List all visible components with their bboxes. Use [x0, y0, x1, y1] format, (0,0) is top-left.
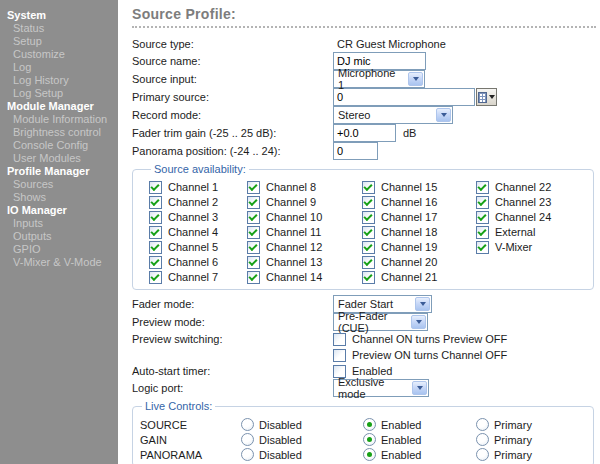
radio-gain-disabled[interactable]: Disabled [241, 433, 363, 446]
fader-trim-input[interactable] [333, 124, 396, 142]
source-input-label: Source input: [132, 73, 333, 85]
checkbox-v-mixer[interactable]: V-Mixer [476, 240, 585, 255]
checkbox-channel-24[interactable]: Channel 24 [476, 210, 585, 225]
checkbox-label: Channel 12 [266, 241, 322, 254]
sidebar-item-sources[interactable]: Sources [0, 178, 118, 191]
sidebar-item-v-mixer-v-mode[interactable]: V-Mixer & V-Mode [0, 256, 118, 269]
sidebar-item-outputs[interactable]: Outputs [0, 230, 118, 243]
radio-source-enabled[interactable]: Enabled [363, 418, 476, 431]
radio-source-primary[interactable]: Primary [476, 418, 585, 431]
checkbox-label: Channel 11 [266, 226, 321, 239]
sidebar-item-inputs[interactable]: Inputs [0, 217, 118, 230]
checkbox-label: Channel 23 [495, 196, 551, 209]
checkbox-channel-19[interactable]: Channel 19 [362, 240, 476, 255]
radio-icon [476, 433, 489, 446]
preview-switching-options: Channel ON turns Preview OFFPreview ON t… [333, 331, 507, 363]
record-mode-label: Record mode: [132, 109, 333, 121]
checkbox-channel-22[interactable]: Channel 22 [476, 180, 585, 195]
sidebar-item-log-history[interactable]: Log History [0, 74, 118, 87]
checkbox-channel-1[interactable]: Channel 1 [149, 180, 247, 195]
checkbox-icon [476, 196, 489, 209]
checkbox-channel-10[interactable]: Channel 10 [247, 210, 362, 225]
checkbox-channel-12[interactable]: Channel 12 [247, 240, 362, 255]
checkbox-channel-18[interactable]: Channel 18 [362, 225, 476, 240]
checkbox-channel-14[interactable]: Channel 14 [247, 270, 362, 285]
checkbox-channel-13[interactable]: Channel 13 [247, 255, 362, 270]
chevron-down-icon [412, 381, 427, 395]
sidebar-item-log-setup[interactable]: Log Setup [0, 87, 118, 100]
checkbox-channel-2[interactable]: Channel 2 [149, 195, 247, 210]
record-mode-select[interactable]: Stereo [333, 106, 453, 124]
checkbox-preview-on-turns-channel-off[interactable]: Preview ON turns Channel OFF [333, 347, 507, 363]
checkbox-channel-9[interactable]: Channel 9 [247, 195, 362, 210]
checkbox-icon [149, 196, 162, 209]
preview-switching-label: Preview switching: [132, 331, 333, 345]
preview-mode-selected-value: Pre-Fader (CUE) [338, 310, 407, 334]
sidebar-item-console-config[interactable]: Console Config [0, 139, 118, 152]
checkbox-icon [149, 181, 162, 194]
panorama-input[interactable] [333, 142, 378, 160]
sidebar-item-shows[interactable]: Shows [0, 191, 118, 204]
checkbox-label: Channel 21 [381, 271, 437, 284]
sidebar-item-customize[interactable]: Customize [0, 48, 118, 61]
checkbox-channel-17[interactable]: Channel 17 [362, 210, 476, 225]
sidebar-nav: SystemStatusSetupCustomizeLogLog History… [0, 9, 118, 269]
checkbox-channel-16[interactable]: Channel 16 [362, 195, 476, 210]
checkbox-label: Channel 18 [381, 226, 437, 239]
sidebar-item-log[interactable]: Log [0, 61, 118, 74]
checkbox-label: Channel 20 [381, 256, 437, 269]
checkbox-icon [476, 211, 489, 224]
checkbox-channel-21[interactable]: Channel 21 [362, 270, 476, 285]
record-mode-selected-value: Stereo [338, 109, 370, 121]
panorama-label: Panorama position: (-24 .. 24): [132, 145, 333, 157]
checkbox-label: V-Mixer [495, 241, 532, 254]
checkbox-label: Channel 8 [266, 181, 316, 194]
primary-source-picker-button[interactable] [476, 88, 497, 106]
checkbox-icon [247, 196, 260, 209]
field-preview-switching: Preview switching: Channel ON turns Prev… [132, 331, 596, 363]
checkbox-label: Channel 6 [168, 256, 218, 269]
sidebar-item-user-modules[interactable]: User Modules [0, 152, 118, 165]
checkbox-channel-7[interactable]: Channel 7 [149, 270, 247, 285]
live-control-row-panorama: PANORAMADisabledEnabledPrimary [140, 447, 585, 462]
preview-mode-select[interactable]: Pre-Fader (CUE) [333, 313, 428, 331]
source-input-select[interactable]: Microphone 1 [333, 70, 425, 88]
checkbox-channel-5[interactable]: Channel 5 [149, 240, 247, 255]
checkbox-channel-4[interactable]: Channel 4 [149, 225, 247, 240]
radio-panorama-primary[interactable]: Primary [476, 448, 585, 461]
radio-label: Disabled [259, 419, 302, 431]
checkbox-external[interactable]: External [476, 225, 585, 240]
live-control-label: GAIN [140, 434, 241, 446]
radio-gain-primary[interactable]: Primary [476, 433, 585, 446]
sidebar-item-status[interactable]: Status [0, 22, 118, 35]
sidebar-section-system: System [0, 9, 118, 22]
checkbox-channel-6[interactable]: Channel 6 [149, 255, 247, 270]
fader-trim-label: Fader trim gain (-25 .. 25 dB): [132, 127, 333, 139]
sidebar-item-module-information[interactable]: Module Information [0, 113, 118, 126]
sidebar-item-setup[interactable]: Setup [0, 35, 118, 48]
sidebar-item-gpio[interactable]: GPIO [0, 243, 118, 256]
checkbox-channel-3[interactable]: Channel 3 [149, 210, 247, 225]
auto-start-label: Auto-start timer: [132, 365, 333, 377]
logic-port-select[interactable]: Exclusive mode [333, 379, 429, 397]
chevron-down-icon [408, 72, 423, 86]
checkbox-channel-20[interactable]: Channel 20 [362, 255, 476, 270]
fader-trim-unit: dB [403, 127, 416, 139]
checkbox-label: Channel 24 [495, 211, 551, 224]
checkbox-channel-15[interactable]: Channel 15 [362, 180, 476, 195]
radio-panorama-disabled[interactable]: Disabled [241, 448, 363, 461]
availability-column: Channel 8Channel 9Channel 10Channel 11Ch… [247, 180, 362, 285]
checkbox-label: Channel 1 [168, 181, 218, 194]
checkbox-channel-8[interactable]: Channel 8 [247, 180, 362, 195]
radio-panorama-enabled[interactable]: Enabled [363, 448, 476, 461]
sidebar-item-brightness-control[interactable]: Brightness control [0, 126, 118, 139]
fader-mode-label: Fader mode: [132, 298, 333, 310]
checkbox-label: Channel 17 [381, 211, 437, 224]
field-panorama: Panorama position: (-24 .. 24): [132, 142, 596, 160]
checkbox-label: Channel 22 [495, 181, 551, 194]
radio-gain-enabled[interactable]: Enabled [363, 433, 476, 446]
radio-label: Enabled [381, 419, 421, 431]
checkbox-channel-11[interactable]: Channel 11 [247, 225, 362, 240]
checkbox-channel-23[interactable]: Channel 23 [476, 195, 585, 210]
radio-source-disabled[interactable]: Disabled [241, 418, 363, 431]
